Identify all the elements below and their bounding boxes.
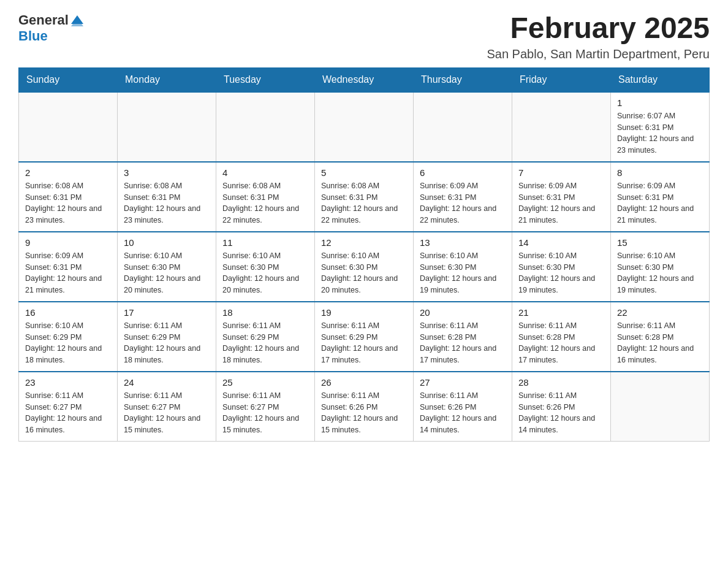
day-info: Sunrise: 6:10 AM Sunset: 6:30 PM Dayligh… bbox=[420, 250, 506, 296]
calendar-day-header: Tuesday bbox=[216, 67, 315, 92]
logo-blue-text: Blue bbox=[18, 28, 48, 44]
day-number: 14 bbox=[518, 237, 604, 248]
logo-general-text: General bbox=[18, 12, 69, 28]
calendar-header-row: SundayMondayTuesdayWednesdayThursdayFrid… bbox=[19, 67, 710, 92]
day-info: Sunrise: 6:11 AM Sunset: 6:28 PM Dayligh… bbox=[518, 320, 604, 366]
day-info: Sunrise: 6:10 AM Sunset: 6:30 PM Dayligh… bbox=[518, 250, 604, 296]
day-number: 16 bbox=[25, 307, 111, 318]
day-info: Sunrise: 6:09 AM Sunset: 6:31 PM Dayligh… bbox=[420, 180, 506, 226]
day-number: 25 bbox=[222, 377, 308, 388]
day-info: Sunrise: 6:11 AM Sunset: 6:27 PM Dayligh… bbox=[222, 390, 308, 436]
logo: General Blue bbox=[18, 12, 85, 44]
month-title: February 2025 bbox=[487, 12, 710, 45]
day-number: 18 bbox=[222, 307, 308, 318]
calendar-day-cell: 9Sunrise: 6:09 AM Sunset: 6:31 PM Daylig… bbox=[19, 232, 118, 302]
calendar-day-cell: 12Sunrise: 6:10 AM Sunset: 6:30 PM Dayli… bbox=[315, 232, 414, 302]
day-info: Sunrise: 6:10 AM Sunset: 6:30 PM Dayligh… bbox=[124, 250, 210, 296]
day-info: Sunrise: 6:08 AM Sunset: 6:31 PM Dayligh… bbox=[124, 180, 210, 226]
calendar-day-cell: 23Sunrise: 6:11 AM Sunset: 6:27 PM Dayli… bbox=[19, 372, 118, 442]
day-info: Sunrise: 6:11 AM Sunset: 6:26 PM Dayligh… bbox=[518, 390, 604, 436]
calendar-day-cell: 16Sunrise: 6:10 AM Sunset: 6:29 PM Dayli… bbox=[19, 302, 118, 372]
day-info: Sunrise: 6:10 AM Sunset: 6:30 PM Dayligh… bbox=[617, 250, 703, 296]
calendar-day-cell: 15Sunrise: 6:10 AM Sunset: 6:30 PM Dayli… bbox=[611, 232, 710, 302]
calendar-day-cell: 11Sunrise: 6:10 AM Sunset: 6:30 PM Dayli… bbox=[216, 232, 315, 302]
day-info: Sunrise: 6:08 AM Sunset: 6:31 PM Dayligh… bbox=[321, 180, 407, 226]
calendar-day-header: Friday bbox=[512, 67, 611, 92]
calendar-day-cell: 14Sunrise: 6:10 AM Sunset: 6:30 PM Dayli… bbox=[512, 232, 611, 302]
calendar-week-row: 23Sunrise: 6:11 AM Sunset: 6:27 PM Dayli… bbox=[19, 372, 710, 442]
day-number: 13 bbox=[420, 237, 506, 248]
day-info: Sunrise: 6:11 AM Sunset: 6:29 PM Dayligh… bbox=[124, 320, 210, 366]
day-number: 27 bbox=[420, 377, 506, 388]
day-info: Sunrise: 6:08 AM Sunset: 6:31 PM Dayligh… bbox=[222, 180, 308, 226]
day-number: 12 bbox=[321, 237, 407, 248]
day-info: Sunrise: 6:10 AM Sunset: 6:30 PM Dayligh… bbox=[321, 250, 407, 296]
day-info: Sunrise: 6:11 AM Sunset: 6:28 PM Dayligh… bbox=[420, 320, 506, 366]
calendar-week-row: 1Sunrise: 6:07 AM Sunset: 6:31 PM Daylig… bbox=[19, 92, 710, 162]
calendar-day-cell: 4Sunrise: 6:08 AM Sunset: 6:31 PM Daylig… bbox=[216, 162, 315, 232]
day-number: 10 bbox=[124, 237, 210, 248]
day-number: 11 bbox=[222, 237, 308, 248]
day-info: Sunrise: 6:11 AM Sunset: 6:29 PM Dayligh… bbox=[222, 320, 308, 366]
calendar-week-row: 2Sunrise: 6:08 AM Sunset: 6:31 PM Daylig… bbox=[19, 162, 710, 232]
day-info: Sunrise: 6:11 AM Sunset: 6:29 PM Dayligh… bbox=[321, 320, 407, 366]
calendar-day-cell: 7Sunrise: 6:09 AM Sunset: 6:31 PM Daylig… bbox=[512, 162, 611, 232]
calendar-week-row: 9Sunrise: 6:09 AM Sunset: 6:31 PM Daylig… bbox=[19, 232, 710, 302]
day-number: 3 bbox=[124, 167, 210, 178]
calendar-day-cell bbox=[118, 92, 216, 162]
day-number: 28 bbox=[518, 377, 604, 388]
day-number: 26 bbox=[321, 377, 407, 388]
calendar-day-cell bbox=[611, 372, 710, 442]
day-number: 5 bbox=[321, 167, 407, 178]
calendar-day-cell bbox=[512, 92, 611, 162]
day-info: Sunrise: 6:09 AM Sunset: 6:31 PM Dayligh… bbox=[518, 180, 604, 226]
calendar-day-cell: 8Sunrise: 6:09 AM Sunset: 6:31 PM Daylig… bbox=[611, 162, 710, 232]
day-info: Sunrise: 6:11 AM Sunset: 6:28 PM Dayligh… bbox=[617, 320, 703, 366]
calendar-table: SundayMondayTuesdayWednesdayThursdayFrid… bbox=[18, 67, 710, 442]
location-title: San Pablo, San Martin Department, Peru bbox=[487, 47, 710, 61]
day-info: Sunrise: 6:11 AM Sunset: 6:27 PM Dayligh… bbox=[124, 390, 210, 436]
calendar-day-cell: 17Sunrise: 6:11 AM Sunset: 6:29 PM Dayli… bbox=[118, 302, 216, 372]
day-number: 19 bbox=[321, 307, 407, 318]
day-number: 4 bbox=[222, 167, 308, 178]
day-number: 24 bbox=[124, 377, 210, 388]
calendar-day-cell bbox=[19, 92, 118, 162]
calendar-day-cell: 22Sunrise: 6:11 AM Sunset: 6:28 PM Dayli… bbox=[611, 302, 710, 372]
calendar-day-cell: 1Sunrise: 6:07 AM Sunset: 6:31 PM Daylig… bbox=[611, 92, 710, 162]
day-info: Sunrise: 6:10 AM Sunset: 6:30 PM Dayligh… bbox=[222, 250, 308, 296]
calendar-day-cell: 26Sunrise: 6:11 AM Sunset: 6:26 PM Dayli… bbox=[315, 372, 414, 442]
day-number: 17 bbox=[124, 307, 210, 318]
calendar-day-cell bbox=[414, 92, 512, 162]
day-info: Sunrise: 6:09 AM Sunset: 6:31 PM Dayligh… bbox=[25, 250, 111, 296]
day-number: 9 bbox=[25, 237, 111, 248]
page-header: General Blue February 2025 San Pablo, Sa… bbox=[18, 12, 710, 61]
calendar-week-row: 16Sunrise: 6:10 AM Sunset: 6:29 PM Dayli… bbox=[19, 302, 710, 372]
day-info: Sunrise: 6:07 AM Sunset: 6:31 PM Dayligh… bbox=[617, 110, 703, 156]
day-number: 2 bbox=[25, 167, 111, 178]
calendar-day-cell: 18Sunrise: 6:11 AM Sunset: 6:29 PM Dayli… bbox=[216, 302, 315, 372]
calendar-day-cell: 19Sunrise: 6:11 AM Sunset: 6:29 PM Dayli… bbox=[315, 302, 414, 372]
calendar-day-cell: 20Sunrise: 6:11 AM Sunset: 6:28 PM Dayli… bbox=[414, 302, 512, 372]
calendar-day-header: Saturday bbox=[611, 67, 710, 92]
day-info: Sunrise: 6:11 AM Sunset: 6:26 PM Dayligh… bbox=[420, 390, 506, 436]
calendar-day-cell: 3Sunrise: 6:08 AM Sunset: 6:31 PM Daylig… bbox=[118, 162, 216, 232]
day-info: Sunrise: 6:11 AM Sunset: 6:26 PM Dayligh… bbox=[321, 390, 407, 436]
calendar-day-cell: 6Sunrise: 6:09 AM Sunset: 6:31 PM Daylig… bbox=[414, 162, 512, 232]
calendar-day-cell: 10Sunrise: 6:10 AM Sunset: 6:30 PM Dayli… bbox=[118, 232, 216, 302]
calendar-day-header: Monday bbox=[118, 67, 216, 92]
calendar-day-cell: 5Sunrise: 6:08 AM Sunset: 6:31 PM Daylig… bbox=[315, 162, 414, 232]
calendar-day-cell: 24Sunrise: 6:11 AM Sunset: 6:27 PM Dayli… bbox=[118, 372, 216, 442]
logo-icon bbox=[70, 13, 85, 28]
day-number: 15 bbox=[617, 237, 703, 248]
calendar-day-cell bbox=[216, 92, 315, 162]
calendar-day-header: Sunday bbox=[19, 67, 118, 92]
calendar-day-cell: 28Sunrise: 6:11 AM Sunset: 6:26 PM Dayli… bbox=[512, 372, 611, 442]
day-number: 6 bbox=[420, 167, 506, 178]
calendar-day-cell: 13Sunrise: 6:10 AM Sunset: 6:30 PM Dayli… bbox=[414, 232, 512, 302]
day-number: 22 bbox=[617, 307, 703, 318]
title-section: February 2025 San Pablo, San Martin Depa… bbox=[487, 12, 710, 61]
calendar-day-cell: 25Sunrise: 6:11 AM Sunset: 6:27 PM Dayli… bbox=[216, 372, 315, 442]
calendar-day-cell: 21Sunrise: 6:11 AM Sunset: 6:28 PM Dayli… bbox=[512, 302, 611, 372]
day-number: 7 bbox=[518, 167, 604, 178]
day-number: 23 bbox=[25, 377, 111, 388]
